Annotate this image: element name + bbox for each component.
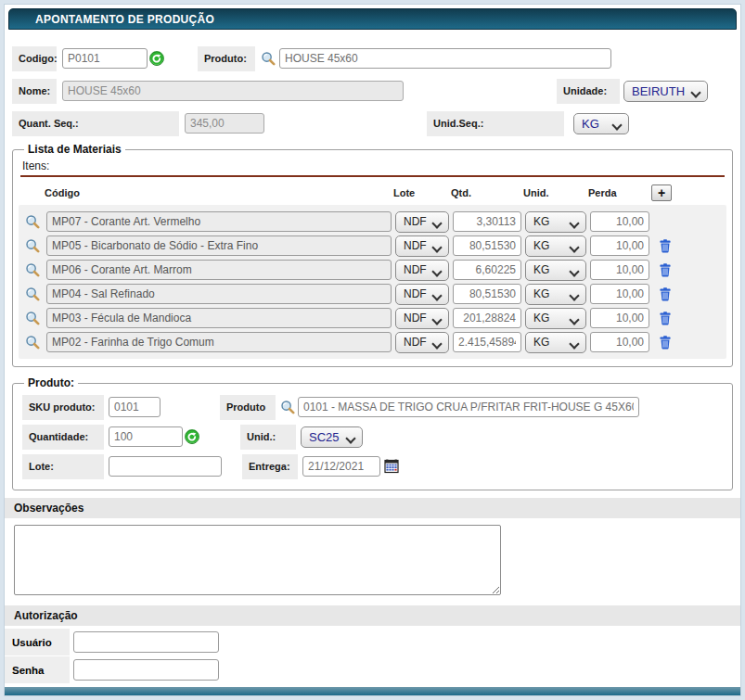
material-codigo-input[interactable] [46,260,392,280]
material-lote-select[interactable]: NDF [395,332,449,353]
materials-rows: NDF KG NDF KG NDF KG [19,205,726,359]
calendar-icon[interactable] [384,459,399,474]
material-codigo-input[interactable] [46,308,392,328]
quant-seq-label: Quant. Seq.: [12,111,179,136]
usuario-row: Usuário [5,629,740,656]
col-qtd: Qtd. [451,187,520,198]
material-row: NDF KG [22,210,723,234]
quant-seq-input [185,113,264,134]
material-unid-select[interactable]: KG [525,235,586,257]
material-lote-select[interactable]: NDF [395,260,449,281]
search-icon[interactable] [261,51,276,66]
unid-select[interactable]: SC25 [301,426,363,448]
add-row-button[interactable]: + [651,185,672,201]
material-codigo-input[interactable] [46,211,392,232]
itens-divider [20,175,725,177]
material-qtd-input[interactable] [453,332,521,352]
entrega-input[interactable] [302,456,380,477]
unidade-label: Unidade: [557,79,620,104]
codigo-input[interactable] [62,48,148,69]
produto-legend: Produto: [24,376,78,389]
material-perda-input[interactable] [590,211,649,232]
search-icon[interactable] [280,400,295,414]
trash-icon[interactable] [653,238,677,253]
bottom-bar [5,687,740,695]
unidade-select[interactable]: BEIRUTH [623,81,708,102]
material-unid-select[interactable]: KG [525,260,586,281]
material-perda-input[interactable] [590,260,649,280]
refresh-icon[interactable] [149,51,164,66]
material-perda-input[interactable] [590,235,649,256]
trash-icon[interactable] [653,262,677,277]
confirmar-button[interactable]: Confirmar [288,695,379,696]
material-qtd-input[interactable] [453,235,521,256]
search-icon[interactable] [22,262,43,277]
col-unid: Unid. [523,187,584,198]
material-unid-select[interactable]: KG [525,284,586,305]
material-qtd-input[interactable] [453,260,521,280]
material-unid-select[interactable]: KG [525,308,586,329]
search-icon[interactable] [22,238,43,253]
material-unid-select[interactable]: KG [525,211,586,233]
sku-input[interactable] [109,397,161,417]
codigo-label: Codigo: [12,46,57,71]
trash-icon[interactable] [653,311,677,325]
produto-final-input[interactable] [298,397,639,417]
quantidade-label: Quantidade: [22,425,104,450]
produto-search-input[interactable] [279,48,611,69]
material-perda-input[interactable] [590,332,649,352]
observacoes-header: Observações [5,498,740,518]
search-icon[interactable] [22,335,43,350]
observacoes-textarea[interactable] [14,525,501,595]
material-row: NDF KG [22,234,723,258]
action-buttons: Confirmar Voltar [5,695,740,696]
senha-label: Senha [5,656,70,683]
window-titlebar: APONTAMENTO DE PRODUÇÃO [8,8,737,30]
produto-search-label: Produto: [198,46,255,71]
material-unid-select[interactable]: KG [525,332,586,353]
sku-label: SKU produto: [22,395,104,420]
nome-input [62,81,404,101]
senha-input[interactable] [73,659,219,681]
material-qtd-input[interactable] [453,284,521,304]
form-sheet: APONTAMENTO DE PRODUÇÃO Codigo: Produto:… [4,4,741,696]
material-codigo-input[interactable] [46,235,392,256]
trash-icon[interactable] [653,286,677,301]
material-perda-input[interactable] [590,308,649,328]
material-lote-select[interactable]: NDF [395,308,449,329]
produto-final-label: Produto [220,395,276,420]
material-qtd-input[interactable] [453,308,521,328]
col-codigo: Código [45,187,390,198]
material-row: NDF KG [22,330,723,354]
page-title: APONTAMENTO DE PRODUÇÃO [9,13,214,26]
nome-label: Nome: [12,79,57,104]
codigo-produto-row: Codigo: Produto: [12,45,733,72]
material-lote-select[interactable]: NDF [395,284,449,305]
entrega-label: Entrega: [242,454,298,479]
trash-icon[interactable] [653,335,677,350]
voltar-button[interactable]: Voltar [391,695,457,696]
material-codigo-input[interactable] [46,332,392,352]
sku-produto-row: SKU produto: Produto [22,393,723,421]
search-icon[interactable] [22,214,43,229]
material-codigo-input[interactable] [46,284,392,304]
refresh-icon[interactable] [185,429,199,444]
material-perda-input[interactable] [590,284,649,304]
material-row: NDF KG [22,282,723,306]
unid-seq-select[interactable]: KG [573,113,629,134]
material-qtd-input[interactable] [453,211,521,232]
usuario-input[interactable] [73,631,219,653]
material-lote-select[interactable]: NDF [395,235,449,257]
material-row: NDF KG [22,306,723,330]
unid-seq-label: Unid.Seq.: [427,111,564,136]
lote-label: Lote: [22,454,104,479]
usuario-label: Usuário [5,629,70,655]
lote-input[interactable] [109,456,222,477]
seq-row: Quant. Seq.: Unid.Seq.: KG [12,109,733,137]
search-icon[interactable] [22,286,43,301]
col-perda: Perda [588,187,648,198]
material-lote-select[interactable]: NDF [395,211,449,233]
search-icon[interactable] [22,311,43,325]
quantidade-input[interactable] [109,426,183,447]
produto-fieldset: Produto: SKU produto: Produto Quantidade… [12,376,733,490]
